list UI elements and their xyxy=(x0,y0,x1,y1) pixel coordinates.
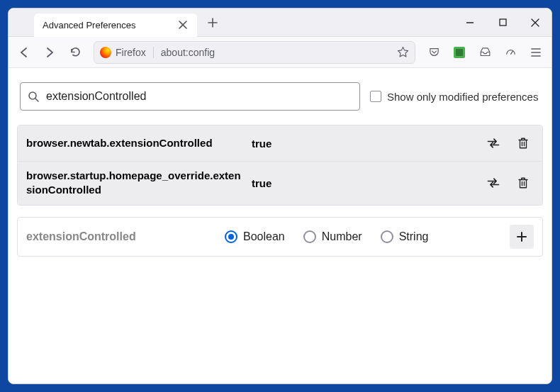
titlebar: Advanced Preferences xyxy=(9,9,551,37)
url-text: about:config xyxy=(161,47,397,58)
checkbox-label: Show only modified preferences xyxy=(387,91,538,103)
add-pref-button[interactable] xyxy=(510,225,534,249)
radio-icon xyxy=(303,230,316,243)
pref-value: true xyxy=(246,138,483,150)
radio-label: Boolean xyxy=(243,230,285,243)
extension-icon xyxy=(454,47,465,58)
add-pref-name: extensionControlled xyxy=(26,230,225,243)
performance-button[interactable] xyxy=(499,41,522,64)
pref-actions xyxy=(483,133,534,154)
show-modified-checkbox[interactable]: Show only modified preferences xyxy=(370,91,538,103)
radio-label: Number xyxy=(322,230,362,243)
pocket-button[interactable] xyxy=(422,41,445,64)
browser-window: Advanced Preferences xyxy=(8,8,552,384)
toggle-button[interactable] xyxy=(483,172,504,194)
bookmark-star-icon[interactable] xyxy=(397,46,409,58)
delete-button[interactable] xyxy=(513,172,534,194)
toggle-button[interactable] xyxy=(483,133,504,154)
url-bar[interactable]: Firefox about:config xyxy=(94,41,415,64)
forward-button[interactable] xyxy=(38,41,61,64)
pref-actions xyxy=(483,172,534,194)
close-window-button[interactable] xyxy=(519,9,551,37)
config-content: Show only modified preferences browser.n… xyxy=(9,68,551,383)
new-tab-button[interactable] xyxy=(203,13,223,33)
pref-search-input[interactable] xyxy=(46,90,352,103)
radio-string[interactable]: String xyxy=(381,230,429,243)
firefox-logo-icon xyxy=(100,47,111,58)
window-controls xyxy=(454,9,551,37)
inbox-button[interactable] xyxy=(474,41,496,64)
pref-value: true xyxy=(246,177,483,189)
identity-label: Firefox xyxy=(116,47,146,58)
preference-table: browser.newtab.extensionControlled true … xyxy=(17,125,543,206)
back-button[interactable] xyxy=(13,41,35,64)
search-icon xyxy=(28,91,39,102)
reload-button[interactable] xyxy=(64,41,86,64)
close-tab-icon[interactable] xyxy=(177,19,189,30)
pref-name: browser.startup.homepage_override.extens… xyxy=(26,169,246,198)
minimize-button[interactable] xyxy=(454,9,486,37)
identity-box[interactable]: Firefox xyxy=(100,47,154,58)
svg-rect-0 xyxy=(500,19,506,26)
pref-row: browser.startup.homepage_override.extens… xyxy=(18,161,542,205)
app-menu-button[interactable] xyxy=(525,41,547,64)
radio-boolean[interactable]: Boolean xyxy=(225,230,285,243)
pref-row: browser.newtab.extensionControlled true xyxy=(18,125,542,161)
search-row: Show only modified preferences xyxy=(17,82,543,111)
extension-button[interactable] xyxy=(448,41,471,64)
radio-number[interactable]: Number xyxy=(303,230,362,243)
navigation-toolbar: Firefox about:config xyxy=(9,37,551,68)
maximize-button[interactable] xyxy=(486,9,519,37)
delete-button[interactable] xyxy=(513,133,534,154)
pref-search-box[interactable] xyxy=(20,82,360,111)
tab-title: Advanced Preferences xyxy=(43,20,177,30)
radio-icon xyxy=(381,230,393,243)
type-radio-group: Boolean Number String xyxy=(225,230,510,243)
pref-name: browser.newtab.extensionControlled xyxy=(26,136,246,150)
browser-tab[interactable]: Advanced Preferences xyxy=(34,13,197,37)
radio-icon xyxy=(225,230,237,243)
checkbox-icon xyxy=(370,91,381,102)
add-pref-row: extensionControlled Boolean Number Strin… xyxy=(18,218,542,256)
radio-label: String xyxy=(399,230,429,243)
add-pref-section: extensionControlled Boolean Number Strin… xyxy=(17,217,543,257)
